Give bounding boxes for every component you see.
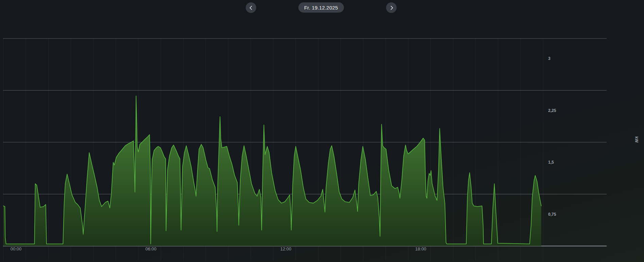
previous-day-button[interactable] xyxy=(246,2,256,13)
chevron-left-icon xyxy=(248,5,254,11)
date-picker-button[interactable]: Fr. 19.12.2025 xyxy=(298,2,344,13)
x-tick-label: 18:00 xyxy=(415,246,427,251)
x-tick-label: 00:00 xyxy=(11,246,22,251)
next-day-button[interactable] xyxy=(386,2,397,13)
y-axis-tick-labels: 32,251,50,75 xyxy=(548,56,556,216)
y-axis-unit-label: kW xyxy=(634,134,639,145)
date-label: Fr. 19.12.2025 xyxy=(304,5,338,11)
x-axis-tick-labels: 00:0006:0012:0018:00 xyxy=(11,246,427,251)
y-tick-label: 1,5 xyxy=(548,160,554,165)
y-tick-label: 0,75 xyxy=(548,212,556,217)
power-area-chart: 00:0006:0012:0018:00 32,251,50,75 xyxy=(0,0,644,262)
y-tick-label: 3 xyxy=(548,56,551,61)
x-tick-label: 06:00 xyxy=(145,246,157,251)
x-tick-label: 12:00 xyxy=(280,246,292,251)
chevron-right-icon xyxy=(388,5,395,11)
y-tick-label: 2,25 xyxy=(548,108,556,113)
